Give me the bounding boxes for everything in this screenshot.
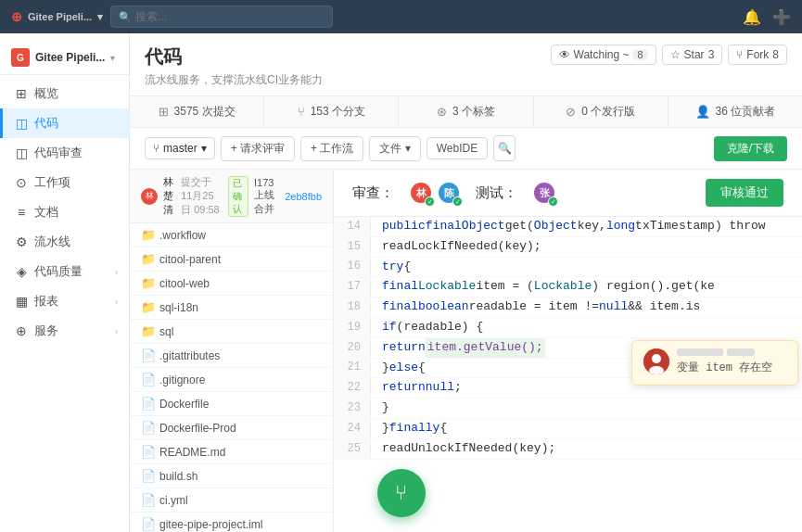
- list-item[interactable]: 📁 sql: [130, 320, 333, 344]
- list-item[interactable]: 📄 Dockerfile-Prod: [130, 416, 333, 440]
- keyword: final: [426, 217, 462, 236]
- sidebar-item-overview[interactable]: ⊞ 概览: [0, 79, 129, 108]
- review-header: 审查： 林 ✓ 陈 ✓ 测试： 张: [334, 170, 802, 217]
- brand-label: Gitee Pipeli...: [28, 11, 92, 22]
- fork-icon: ⑂: [736, 48, 743, 61]
- webide-btn[interactable]: WebIDE: [426, 137, 488, 159]
- sidebar-item-reports[interactable]: ▦ 报表 ›: [0, 286, 129, 316]
- list-item[interactable]: 📄 Dockerfile: [130, 392, 333, 416]
- watch-button[interactable]: 👁 Watching ~ 8: [551, 44, 656, 65]
- list-item[interactable]: 📁 citool-parent: [130, 247, 333, 272]
- list-item[interactable]: 📄 .gitignore: [130, 368, 333, 392]
- list-item[interactable]: 📁 citool-web: [130, 272, 333, 296]
- line-number: 22: [334, 378, 371, 398]
- list-item[interactable]: 📄 build.sh: [130, 464, 333, 488]
- stat-commits[interactable]: ⊞ 3575 次提交: [130, 96, 264, 127]
- commit-author-avatar: 林: [141, 188, 158, 205]
- list-item[interactable]: 📄 gitee-pipe-project.iml: [130, 513, 333, 532]
- sidebar-item-docs[interactable]: ≡ 文档: [0, 197, 129, 227]
- stat-releases-label: 0 个发行版: [581, 104, 635, 120]
- code-text: }: [382, 359, 389, 378]
- file-code-area: 林 林楚清 提交于 11月25日 09:58 已确认 I173 上线合并 2eb…: [130, 170, 802, 532]
- type-name: Lockable: [418, 277, 476, 297]
- file-name: README.md: [159, 446, 225, 459]
- audit-avatar-1: 林 ✓: [409, 181, 433, 205]
- files-btn[interactable]: 文件 ▾: [369, 136, 420, 161]
- watch-count: 8: [632, 49, 647, 60]
- list-item[interactable]: 📄 .gitattributes: [130, 344, 333, 368]
- code-line-23: 23 }: [334, 399, 802, 419]
- folder-icon: 📁: [141, 276, 154, 290]
- fork-button[interactable]: ⑂ Fork 8: [728, 44, 787, 65]
- search-input[interactable]: [135, 10, 325, 23]
- stat-contributors[interactable]: 👤 36 位贡献者: [668, 96, 802, 127]
- services-icon: ⊕: [14, 323, 29, 338]
- line-number: 17: [334, 277, 371, 297]
- line-content: if (readable) {: [371, 318, 802, 337]
- keyword: return: [382, 378, 426, 398]
- sidebar-item-code[interactable]: ◫ 代码: [0, 108, 129, 138]
- search-bar[interactable]: 🔍: [110, 6, 333, 28]
- approve-button[interactable]: 审核通过: [706, 179, 783, 207]
- sidebar-item-services[interactable]: ⊕ 服务 ›: [0, 316, 129, 346]
- line-content: } finally {: [371, 419, 802, 438]
- code-text: {: [439, 419, 447, 438]
- sidebar-item-review[interactable]: ◫ 代码审查: [0, 138, 129, 168]
- branch-label: master: [163, 142, 197, 155]
- search-icon: 🔍: [119, 11, 132, 23]
- sidebar-item-quality[interactable]: ◈ 代码质量 ›: [0, 257, 129, 286]
- list-item[interactable]: 📁 sql-i18n: [130, 296, 333, 320]
- toolbar: ⑂ master ▾ + 请求评审 + 工作流 文件 ▾ WebIDE 🔍 克隆…: [130, 128, 802, 170]
- check-icon: ✓: [425, 196, 435, 207]
- stat-commits-label: 3575 次提交: [174, 104, 236, 120]
- code-text: ;: [454, 378, 462, 398]
- branch-selector[interactable]: ⑂ master ▾: [145, 137, 215, 159]
- stat-tags[interactable]: ⊛ 3 个标签: [399, 96, 533, 127]
- request-review-btn[interactable]: + 请求评审: [221, 136, 295, 161]
- eye-icon: 👁: [559, 48, 570, 61]
- stat-branches[interactable]: ⑂ 153 个分支: [264, 96, 399, 127]
- code-line-20: 20 return item.getValue();: [334, 338, 802, 359]
- audit-avatars: 林 ✓ 陈 ✓: [409, 181, 461, 205]
- check-icon: ✓: [548, 196, 558, 207]
- line-number: 16: [334, 258, 371, 277]
- commit-action: 提交于 11月25日 09:58: [181, 175, 223, 217]
- stat-tags-label: 3 个标签: [452, 104, 495, 120]
- sidebar: G Gitee Pipeli... ▾ ⊞ 概览 ◫ 代码 ◫ 代码审查 ⊙ 工…: [0, 33, 130, 532]
- audit-label: 审查：: [352, 184, 394, 202]
- line-content: try {: [371, 258, 802, 277]
- list-item[interactable]: 📁 .workflow: [130, 223, 333, 247]
- star-button[interactable]: ☆ Star 3: [662, 44, 723, 65]
- line-content: readUnlockIfNeeded(key);: [371, 439, 802, 459]
- branch-icon: ⑂: [153, 142, 159, 155]
- stat-releases[interactable]: ⊘ 0 个发行版: [534, 96, 668, 127]
- code-line-15: 15 readLockIfNeeded(key);: [334, 237, 802, 258]
- file-name: Dockerfile: [159, 398, 209, 411]
- sidebar-project[interactable]: G Gitee Pipeli... ▾: [0, 41, 129, 75]
- stat-branches-label: 153 个分支: [311, 104, 365, 120]
- sidebar-item-issues[interactable]: ⊙ 工作项: [0, 168, 129, 197]
- sidebar-docs-label: 文档: [34, 204, 58, 221]
- bell-icon[interactable]: 🔔: [743, 8, 761, 26]
- keyword: long: [606, 217, 635, 236]
- file-icon: 📄: [141, 493, 154, 507]
- sidebar-services-label: 服务: [34, 323, 58, 339]
- brand[interactable]: ⊕ Gitee Pipeli... ▾: [11, 9, 103, 24]
- brand-arrow: ▾: [97, 11, 103, 23]
- clone-btn[interactable]: 克隆/下载: [714, 136, 787, 161]
- code-text: && item.is: [628, 298, 700, 317]
- plus-icon[interactable]: ➕: [772, 8, 791, 26]
- test-label: 测试：: [476, 184, 517, 202]
- file-name: sql-i18n: [159, 301, 198, 314]
- list-item[interactable]: 📄 README.md: [130, 440, 333, 464]
- code-container: 14 public final Object get( Object key, …: [334, 217, 802, 460]
- commit-hash: 2eb8fbb: [285, 191, 322, 202]
- fab-button[interactable]: ⑂: [377, 469, 426, 517]
- keyword: final: [382, 298, 418, 317]
- workspace-btn[interactable]: + 工作流: [300, 136, 363, 161]
- line-number: 23: [334, 399, 371, 418]
- sidebar-item-ci[interactable]: ⚙ 流水线: [0, 227, 129, 257]
- test-avatar-1: 张 ✓: [532, 181, 556, 205]
- list-item[interactable]: 📄 ci.yml: [130, 488, 333, 513]
- file-search-btn[interactable]: 🔍: [493, 135, 516, 161]
